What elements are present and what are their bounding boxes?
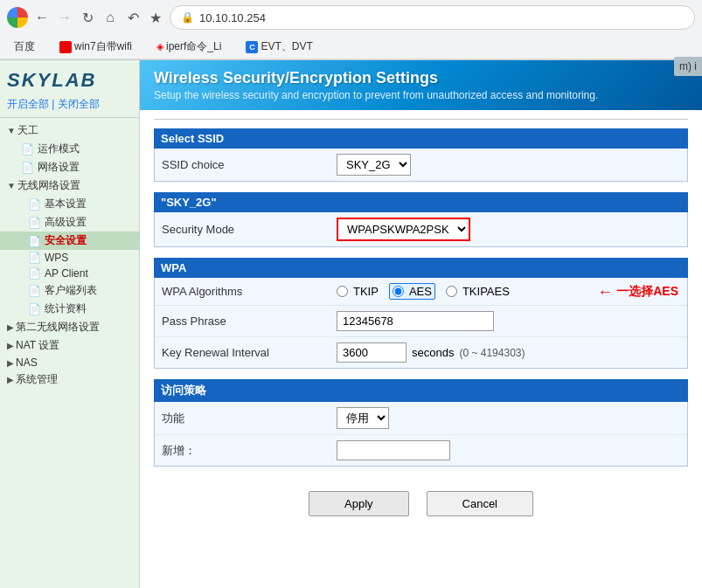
forward-button[interactable]: →	[56, 9, 73, 26]
renewal-row: Key Renewal Interval seconds (0 ~ 419430…	[155, 337, 687, 368]
renewal-input[interactable]	[337, 342, 407, 363]
sidebar-item-security[interactable]: 📄 安全设置	[0, 232, 139, 250]
sidebar-item-advanced[interactable]: 📄 高级设置	[0, 213, 139, 232]
ssid-section-header: Select SSID	[154, 128, 688, 149]
tkipaes-option[interactable]: TKIPAES	[446, 285, 510, 298]
expand-icon: ▶	[7, 341, 14, 350]
renewal-label: Key Renewal Interval	[162, 346, 337, 359]
sidebar-item-network[interactable]: 📄 网络设置	[0, 158, 139, 176]
sidebar-item-apclient[interactable]: 📄 AP Client	[0, 266, 139, 281]
sidebar-item-label: NAS	[16, 356, 38, 369]
sidebar-item-label: AP Client	[45, 267, 88, 280]
sidebar-item-mode[interactable]: 📄 运作模式	[0, 140, 139, 158]
form-area: Select SSID SSID choice SKY_2G SKY_5G	[140, 110, 702, 539]
expand-icon: ▶	[7, 358, 14, 368]
wpa-section-body: WPA Algorithms TKIP AES	[154, 278, 688, 369]
doc-icon: 📄	[28, 217, 41, 229]
tkip-option[interactable]: TKIP	[337, 285, 379, 298]
doc-icon: 📄	[28, 285, 41, 297]
tkipaes-radio[interactable]	[446, 286, 457, 297]
top-right-button[interactable]: m) i	[674, 60, 702, 76]
sidebar-item-label: 无线网络设置	[17, 178, 80, 193]
sidebar-item-label: 天工	[17, 123, 38, 138]
sidebar-item-label: NAT 设置	[16, 338, 59, 353]
renewal-range: (0 ~ 4194303)	[459, 347, 525, 359]
renewal-unit: seconds	[412, 346, 454, 359]
security-mode-label: Security Mode	[162, 223, 337, 236]
sidebar-item-tiangong[interactable]: ▼ 天工	[0, 121, 139, 140]
security-mode-control: None WEP WPA-PSK WPA2-PSK WPAPSKWPA2PSK	[337, 218, 680, 241]
aes-option[interactable]: AES	[389, 283, 435, 300]
sidebar-item-sysadmin[interactable]: ▶ 系统管理	[0, 370, 139, 389]
sidebar-item-stats[interactable]: 📄 统计资料	[0, 300, 139, 318]
access-section: 访问策略 功能 停用 启用 新增：	[154, 379, 688, 467]
security-mode-select[interactable]: None WEP WPA-PSK WPA2-PSK WPAPSKWPA2PSK	[337, 218, 470, 241]
bookmark-wifi[interactable]: win7自带wifi	[52, 37, 139, 57]
sidebar-item-label: 安全设置	[45, 233, 87, 248]
sidebar-item-clientlist[interactable]: 📄 客户端列表	[0, 281, 139, 300]
back-button[interactable]: ←	[33, 9, 51, 26]
button-row: Apply Cancel	[154, 477, 688, 530]
sidebar-item-wps[interactable]: 📄 WPS	[0, 250, 139, 266]
page-subtitle: Setup the wireless security and encrypti…	[154, 89, 688, 101]
func-row: 功能 停用 启用	[155, 402, 687, 435]
expand-icon: ▶	[7, 375, 14, 384]
sidebar-item-wireless[interactable]: ▼ 无线网络设置	[0, 176, 139, 195]
sidebar-item-label: 统计资料	[45, 301, 87, 316]
cancel-button[interactable]: Cancel	[427, 491, 533, 516]
passphrase-input[interactable]	[337, 311, 494, 331]
access-section-header: 访问策略	[154, 379, 688, 402]
wpa-section-header: WPA	[154, 258, 688, 278]
bookmarks-bar: 百度 win7自带wifi ◈ iperf命令_Li C EVT、DVT	[0, 35, 702, 59]
aes-radio[interactable]	[393, 286, 404, 297]
iperf-icon: ◈	[156, 41, 163, 52]
func-control: 停用 启用	[337, 407, 680, 429]
sidebar: SKYLAB 开启全部 | 关闭全部 ▼ 天工 📄 运作模式 📄 网络设置	[0, 60, 140, 588]
address-bar[interactable]: 🔒 10.10.10.254	[170, 5, 695, 30]
sidebar-item-label: 高级设置	[45, 215, 87, 230]
expand-icon: ▼	[7, 126, 16, 135]
annotation-arrow: ←	[597, 282, 613, 301]
new-input[interactable]	[337, 440, 450, 460]
sidebar-item-label: 网络设置	[38, 160, 80, 175]
func-label: 功能	[162, 411, 337, 426]
sidebar-item-nas[interactable]: ▶ NAS	[0, 355, 139, 370]
bookmark-evt[interactable]: C EVT、DVT	[239, 37, 319, 57]
expand-icon: ▼	[7, 181, 16, 190]
sidebar-item-nat[interactable]: ▶ NAT 设置	[0, 336, 139, 355]
renewal-control: seconds (0 ~ 4194303)	[337, 342, 680, 363]
main-content: Wireless Security/Encryption Settings Se…	[140, 60, 702, 588]
browser-logo	[7, 7, 28, 28]
bookmark-iperf[interactable]: ◈ iperf命令_Li	[149, 37, 228, 57]
sidebar-divider	[0, 117, 139, 118]
expand-all-link[interactable]: 开启全部	[7, 98, 49, 110]
page-title: Wireless Security/Encryption Settings	[154, 69, 688, 87]
ssid-select[interactable]: SKY_2G SKY_5G	[337, 154, 411, 176]
reload-button[interactable]: ↻	[79, 9, 96, 26]
func-select[interactable]: 停用 启用	[337, 407, 389, 429]
back-button2[interactable]: ↶	[124, 9, 142, 26]
wpa-section: WPA WPA Algorithms TKIP	[154, 258, 688, 369]
apply-button[interactable]: Apply	[309, 491, 409, 516]
sidebar-item-label: 系统管理	[16, 372, 58, 387]
new-row: 新增：	[155, 435, 687, 466]
home-button[interactable]: ⌂	[101, 9, 119, 26]
wpa-algorithms-row: WPA Algorithms TKIP AES	[155, 278, 687, 306]
bookmark-baidu[interactable]: 百度	[7, 37, 42, 57]
doc-icon: 📄	[28, 303, 41, 315]
wpa-algorithms-label: WPA Algorithms	[162, 285, 337, 298]
browser-chrome: ← → ↻ ⌂ ↶ ★ 🔒 10.10.10.254 百度 win7自带wifi…	[0, 0, 702, 60]
star-button[interactable]: ★	[147, 9, 164, 26]
doc-icon: 📄	[28, 235, 41, 247]
passphrase-row: Pass Phrase	[155, 306, 687, 337]
content-header: Wireless Security/Encryption Settings Se…	[140, 60, 702, 110]
sidebar-item-basic[interactable]: 📄 基本设置	[0, 195, 139, 213]
evt-icon: C	[246, 41, 258, 53]
ssid-section-body: SSID choice SKY_2G SKY_5G	[154, 149, 688, 182]
sidebar-item-label: 基本设置	[45, 197, 87, 211]
tkip-radio[interactable]	[337, 286, 348, 297]
new-control	[337, 440, 680, 460]
doc-icon: 📄	[28, 267, 41, 280]
sidebar-item-wireless2[interactable]: ▶ 第二无线网络设置	[0, 318, 139, 336]
collapse-all-link[interactable]: 关闭全部	[58, 98, 100, 110]
